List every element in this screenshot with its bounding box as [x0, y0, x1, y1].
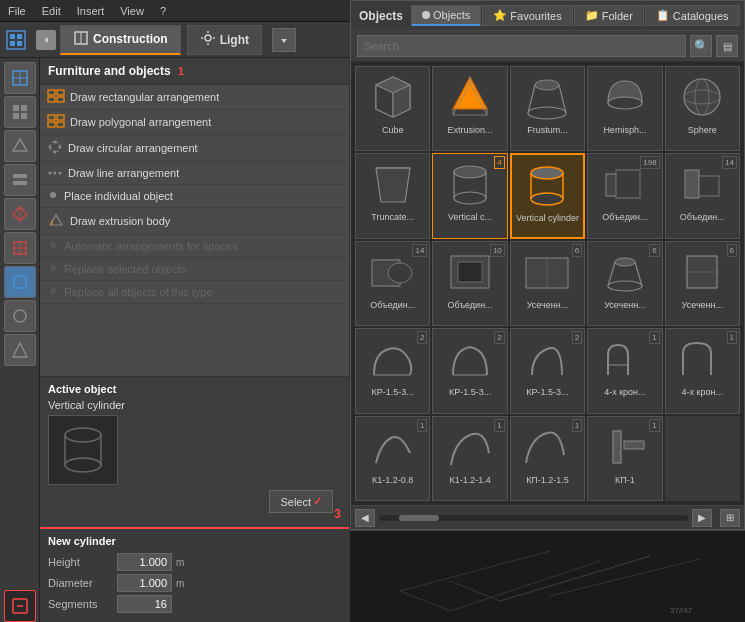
svg-rect-19 — [13, 113, 19, 119]
list-item-draw-circle[interactable]: Draw circular arrangement — [40, 135, 349, 162]
list-item-draw-rect[interactable]: Draw rectangular arrangement — [40, 85, 349, 110]
menu-file[interactable]: File — [4, 3, 30, 19]
kp1-thumb — [595, 421, 655, 473]
furniture-menu-list: Draw rectangular arrangement Draw polygo… — [40, 85, 349, 376]
svg-text:37//47: 37//47 — [670, 606, 693, 615]
menu-view[interactable]: View — [116, 3, 148, 19]
obj-kr1[interactable]: 2 КР-1.5-3... — [355, 328, 430, 413]
tab-favourites[interactable]: ⭐ Favourites — [482, 5, 572, 26]
obj-kron1[interactable]: 1 4-х крон... — [587, 328, 662, 413]
obj-union1[interactable]: 198 Объедин... — [587, 153, 662, 238]
tab-objects[interactable]: Objects — [411, 5, 481, 26]
objects-tabs: Objects ⭐ Favourites 📁 Folder 📋 Catalogu… — [411, 5, 740, 26]
sidebar-btn-9[interactable] — [4, 334, 36, 366]
svg-rect-17 — [13, 105, 19, 111]
truncate-thumb — [363, 158, 423, 210]
list-item-place-individual[interactable]: Place individual object — [40, 185, 349, 208]
list-item-replace-all[interactable]: Replace all objects of this type — [40, 281, 349, 304]
view-toggle-button[interactable]: ▤ — [716, 35, 738, 57]
menu-help[interactable]: ? — [156, 3, 170, 19]
objects-panel-title: Objects — [359, 9, 403, 23]
list-item-draw-poly[interactable]: Draw polygonal arrangement — [40, 110, 349, 135]
list-item-replace-selected[interactable]: Replace selected objects — [40, 258, 349, 281]
replace-all-icon — [48, 286, 58, 298]
menu-insert[interactable]: Insert — [73, 3, 109, 19]
objects-bottom-bar: ◀ ▶ ⊞ — [351, 505, 744, 529]
obj-union4[interactable]: 10 Объедин... — [432, 241, 507, 326]
svg-point-54 — [65, 428, 101, 442]
extrusion-label: Extrusion... — [435, 125, 504, 135]
select-badge: 3 — [334, 507, 341, 521]
svg-point-45 — [49, 146, 52, 149]
toolbar-back[interactable] — [36, 30, 56, 50]
obj-sphere[interactable]: Sphere — [665, 66, 740, 151]
sidebar-btn-4[interactable] — [4, 164, 36, 196]
tab-folder[interactable]: 📁 Folder — [574, 5, 644, 26]
kr2-label: КР-1.5-3... — [435, 387, 504, 397]
toolbar-expand[interactable] — [272, 28, 296, 52]
tab-light[interactable]: Light — [187, 25, 262, 55]
obj-kron2[interactable]: 1 4-х крон... — [665, 328, 740, 413]
left-sidebar — [0, 58, 40, 622]
list-item-draw-line[interactable]: Draw line arrangement — [40, 162, 349, 185]
sidebar-btn-8[interactable] — [4, 300, 36, 332]
svg-rect-33 — [48, 90, 55, 95]
obj-kr2[interactable]: 2 КР-1.5-3... — [432, 328, 507, 413]
scroll-track[interactable] — [379, 515, 688, 521]
obj-truncate2[interactable]: 6 Усеченн... — [587, 241, 662, 326]
svg-rect-105 — [624, 441, 644, 449]
obj-cube[interactable]: Cube — [355, 66, 430, 151]
list-item-auto-arrange[interactable]: Automatic arrangements for spaces — [40, 235, 349, 258]
tab-catalogues[interactable]: 📋 Catalogues — [645, 5, 740, 26]
obj-vertical-cyl-2[interactable]: Vertical cylinder — [510, 153, 585, 238]
sidebar-btn-7[interactable] — [4, 266, 36, 298]
individual-icon — [48, 190, 58, 202]
obj-extrusion[interactable]: Extrusion... — [432, 66, 507, 151]
list-item-draw-extrusion[interactable]: Draw extrusion body — [40, 208, 349, 235]
vcyl1-thumb — [440, 158, 500, 210]
obj-hemisphere[interactable]: Hemisph... — [587, 66, 662, 151]
obj-truncate3[interactable]: 6 Усеченн... — [665, 241, 740, 326]
diameter-input[interactable] — [117, 574, 172, 592]
obj-truncate[interactable]: Truncate... — [355, 153, 430, 238]
active-object-wrapper: 3 Select ✓ — [48, 415, 341, 521]
tab-construction[interactable]: Construction — [60, 25, 181, 55]
folder-icon: 📁 — [585, 9, 599, 22]
obj-kp1[interactable]: 1 КП-1 — [587, 416, 662, 501]
k1-14-badge: 1 — [494, 419, 504, 432]
objects-header: Objects Objects ⭐ Favourites 📁 Folder 📋 … — [351, 1, 744, 31]
obj-frustum[interactable]: Frustum... — [510, 66, 585, 151]
search-button[interactable]: 🔍 — [690, 35, 712, 57]
sidebar-btn-bottom[interactable] — [4, 590, 36, 622]
search-input[interactable] — [357, 35, 686, 57]
svg-rect-23 — [13, 181, 27, 185]
obj-kp-15[interactable]: 1 КП-1.2-1.5 — [510, 416, 585, 501]
obj-union3[interactable]: 14 Объедин... — [355, 241, 430, 326]
segments-input[interactable] — [117, 595, 172, 613]
sidebar-btn-5[interactable] — [4, 198, 36, 230]
select-button[interactable]: Select ✓ — [269, 490, 333, 513]
obj-vertical-cyl-1[interactable]: 4 Vertical c... — [432, 153, 507, 238]
obj-k1-28[interactable]: 1 К1-1.2-0.8 — [355, 416, 430, 501]
height-input[interactable] — [117, 553, 172, 571]
cube-thumb — [363, 71, 423, 123]
extrusion-icon — [48, 213, 64, 229]
svg-rect-38 — [57, 115, 64, 120]
sidebar-btn-2[interactable] — [4, 96, 36, 128]
sidebar-btn-6[interactable] — [4, 232, 36, 264]
sidebar-btn-1[interactable] — [4, 62, 36, 94]
sidebar-btn-3[interactable] — [4, 130, 36, 162]
obj-union5[interactable]: 6 Усеченн... — [510, 241, 585, 326]
obj-union2[interactable]: 14 Объедин... — [665, 153, 740, 238]
toolbar-icon-1[interactable] — [0, 24, 32, 56]
obj-k1-14[interactable]: 1 К1-1.2-1.4 — [432, 416, 507, 501]
construction-icon — [73, 30, 89, 49]
scroll-right-btn[interactable]: ▶ — [692, 509, 712, 527]
svg-point-77 — [454, 166, 486, 178]
menu-edit[interactable]: Edit — [38, 3, 65, 19]
scroll-left-btn[interactable]: ◀ — [355, 509, 375, 527]
obj-kr3[interactable]: 2 КР-1.5-3... — [510, 328, 585, 413]
zoom-in-btn[interactable]: ⊞ — [720, 509, 740, 527]
kr2-badge: 2 — [494, 331, 504, 344]
svg-point-43 — [59, 146, 62, 149]
